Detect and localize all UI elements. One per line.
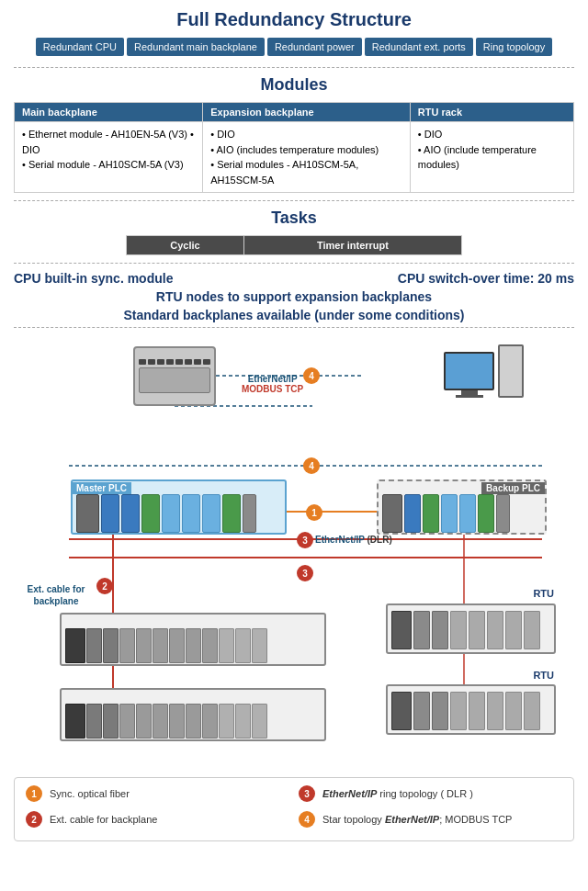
badge-ring-topology: Ring topology bbox=[476, 38, 552, 56]
legend-badge-4: 4 bbox=[299, 811, 315, 828]
col-main-backplane: Main backplane bbox=[15, 103, 203, 122]
rtu1-box bbox=[386, 603, 556, 654]
diagram-inner: EtherNet/IP MODBUS TCP 4 4 1 3 EtherNet/… bbox=[14, 337, 574, 768]
legend-text-3: EtherNet/IP ring topology ( DLR ) bbox=[322, 788, 473, 799]
page-title: Full Redundancy Structure bbox=[14, 9, 574, 30]
legend-badge-3: 3 bbox=[299, 785, 315, 802]
badge-main-backplane: Redundant main backplane bbox=[127, 38, 265, 56]
col-rtu-rack: RTU rack bbox=[410, 103, 573, 122]
legend-text-1: Sync. optical fiber bbox=[50, 788, 130, 799]
legend-item-2: 2 Ext. cable for backplane bbox=[26, 811, 289, 828]
badge-3-top: 3 bbox=[297, 532, 313, 548]
legend-badge-2: 2 bbox=[26, 811, 42, 828]
badge-2: 2 bbox=[96, 578, 113, 594]
tasks-section: Tasks Cyclic Timer interrupt bbox=[14, 200, 574, 255]
col-timer-interrupt: Timer interrupt bbox=[243, 236, 461, 255]
badge-4-top: 4 bbox=[303, 367, 320, 384]
main-backplane-content: • Ethernet module - AH10EN-5A (V3) • DIO… bbox=[15, 122, 203, 193]
expansion-backplane-1 bbox=[60, 613, 326, 666]
tasks-title: Tasks bbox=[14, 209, 574, 228]
badge-redundant-power: Redundant power bbox=[267, 38, 362, 56]
master-plc-label: Master PLC bbox=[72, 482, 131, 494]
badge-redundant-cpu: Redundant CPU bbox=[36, 38, 124, 56]
rtu2-box bbox=[386, 684, 556, 735]
standard-backplanes-feature: Standard backplanes available (under som… bbox=[14, 308, 574, 322]
top-badges: Redundant CPU Redundant main backplane R… bbox=[14, 38, 574, 56]
legend-grid: 1 Sync. optical fiber 3 EtherNet/IP ring… bbox=[26, 785, 562, 833]
switch-ports bbox=[139, 359, 210, 365]
backup-plc-label: Backup PLC bbox=[481, 482, 545, 494]
legend-item-3: 3 EtherNet/IP ring topology ( DLR ) bbox=[299, 785, 562, 802]
badge-ext-ports: Redundant ext. ports bbox=[365, 38, 473, 56]
diagram-section: EtherNet/IP MODBUS TCP 4 4 1 3 EtherNet/… bbox=[14, 327, 574, 768]
legend-text-2: Ext. cable for backplane bbox=[50, 814, 157, 825]
badge-1: 1 bbox=[306, 504, 322, 521]
rtu-nodes-feature: RTU nodes to support expansion backplane… bbox=[14, 289, 574, 304]
col-expansion-backplane: Expansion backplane bbox=[203, 103, 411, 122]
legend-section: 1 Sync. optical fiber 3 EtherNet/IP ring… bbox=[14, 777, 574, 841]
cpu-sync-feature: CPU built-in sync. module bbox=[14, 271, 173, 286]
col-cyclic: Cyclic bbox=[127, 236, 244, 255]
legend-badge-1: 1 bbox=[26, 785, 42, 802]
legend-item-4: 4 Star topology EtherNet/IP; MODBUS TCP bbox=[299, 811, 562, 828]
tasks-table: Cyclic Timer interrupt bbox=[126, 235, 462, 255]
badge-4-second: 4 bbox=[303, 457, 320, 474]
modules-table: Main backplane Expansion backplane RTU r… bbox=[14, 102, 574, 193]
expansion-backplane-2 bbox=[60, 688, 326, 741]
ethernet-ip-label: EtherNet/IP MODBUS TCP bbox=[242, 374, 303, 394]
ext-cable-label: Ext. cable for backplane bbox=[18, 583, 94, 607]
eip-dlr-label: EtherNet/IP (DLR) bbox=[315, 535, 392, 545]
rtu-rack-content: • DIO • AIO (include temperature modules… bbox=[410, 122, 573, 193]
expansion-backplane-content: • DIO • AIO (includes temperature module… bbox=[203, 122, 411, 193]
tower bbox=[498, 344, 524, 398]
computer-system bbox=[444, 344, 524, 398]
rtu2-label: RTU bbox=[533, 670, 554, 681]
cpu-switchover-feature: CPU switch-over time: 20 ms bbox=[398, 271, 574, 286]
legend-text-4: Star topology EtherNet/IP; MODBUS TCP bbox=[322, 814, 512, 825]
badge-3-bottom: 3 bbox=[297, 565, 313, 581]
features-section: CPU built-in sync. module CPU switch-ove… bbox=[14, 263, 574, 322]
network-switch bbox=[133, 346, 216, 406]
rtu1-label: RTU bbox=[533, 588, 554, 599]
monitor bbox=[444, 352, 494, 398]
modules-title: Modules bbox=[14, 67, 574, 95]
legend-item-1: 1 Sync. optical fiber bbox=[26, 785, 289, 802]
